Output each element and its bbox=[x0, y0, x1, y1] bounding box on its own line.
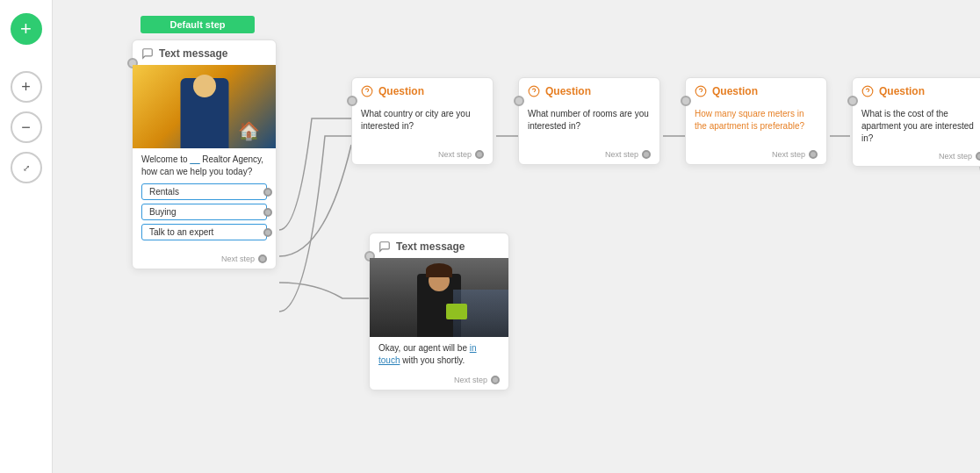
card-header: Text message bbox=[370, 233, 508, 258]
card-question-2[interactable]: Question What number of rooms are you in… bbox=[518, 77, 660, 165]
rentals-connector-dot bbox=[263, 188, 272, 197]
card-footer: Next step bbox=[352, 147, 493, 164]
canvas: Default step Text message 🏠 Welco bbox=[53, 0, 980, 473]
zoom-out-icon: − bbox=[21, 118, 31, 137]
rentals-button[interactable]: Rentals bbox=[141, 183, 267, 200]
card-left-connector bbox=[514, 96, 524, 106]
default-step-badge: Default step bbox=[141, 16, 255, 33]
card-header: Question bbox=[519, 78, 659, 103]
card-left-connector bbox=[681, 96, 691, 106]
question-text: What number of rooms are you interested … bbox=[528, 108, 651, 143]
card-question-body: How many square meters in the apartment … bbox=[686, 103, 826, 147]
question-text: How many square meters in the apartment … bbox=[695, 108, 818, 143]
toolbar: + + − ⤢ bbox=[0, 0, 53, 473]
card-type-label: Question bbox=[378, 85, 424, 97]
card-header: Question bbox=[686, 78, 826, 103]
zoom-out-button[interactable]: − bbox=[11, 111, 42, 143]
next-step-dot bbox=[809, 150, 818, 159]
card-footer: Next step bbox=[853, 148, 980, 166]
question-icon bbox=[861, 85, 874, 97]
zoom-in-icon: + bbox=[21, 78, 31, 97]
card-footer: Next step bbox=[370, 372, 508, 390]
card-body: Welcome to __ Realtor Agency, how can we… bbox=[133, 148, 276, 251]
card-type-label: Question bbox=[545, 85, 591, 97]
card-footer: Next step bbox=[133, 251, 276, 269]
card-text-message-agent[interactable]: Text message Okay, our agent will be in … bbox=[369, 233, 509, 391]
card-type-label: Text message bbox=[159, 47, 228, 60]
next-step-dot bbox=[475, 150, 484, 159]
card-type-label: Text message bbox=[396, 240, 465, 253]
card-header: Question bbox=[352, 78, 493, 103]
card-question-body: What country or city are you interested … bbox=[352, 103, 493, 147]
card-question-3[interactable]: Question How many square meters in the a… bbox=[685, 77, 827, 165]
question-icon bbox=[528, 85, 540, 97]
card-question-4[interactable]: Question What is the cost of the apartme… bbox=[852, 77, 980, 167]
card-left-connector bbox=[347, 96, 357, 106]
next-step-dot bbox=[491, 376, 500, 384]
card-body: Okay, our agent will be in touch with yo… bbox=[370, 337, 508, 372]
card-text-message-main[interactable]: Text message 🏠 Welcome to __ Realtor Age… bbox=[132, 39, 277, 269]
zoom-in-button[interactable]: + bbox=[11, 71, 42, 103]
question-text: What is the cost of the apartment you ar… bbox=[861, 108, 980, 145]
question-icon bbox=[361, 85, 373, 97]
next-step-dot bbox=[642, 150, 651, 159]
next-step-dot bbox=[976, 152, 980, 161]
card-header: Text message bbox=[133, 40, 276, 65]
card-image-agent bbox=[370, 258, 508, 337]
welcome-text: Welcome to __ Realtor Agency, how can we… bbox=[141, 154, 267, 178]
card-type-label: Question bbox=[712, 85, 758, 97]
chat-icon bbox=[141, 47, 154, 60]
buying-connector-dot bbox=[263, 208, 272, 217]
card-image-realtor: 🏠 bbox=[133, 65, 276, 148]
agent-response-text: Okay, our agent will be in touch with yo… bbox=[378, 342, 500, 367]
expert-connector-dot bbox=[263, 228, 272, 237]
card-header: Question bbox=[853, 78, 980, 103]
next-step-dot bbox=[258, 254, 267, 263]
card-footer: Next step bbox=[519, 147, 659, 164]
card-question-body: What is the cost of the apartment you ar… bbox=[853, 103, 980, 148]
card-question-1[interactable]: Question What country or city are you in… bbox=[351, 77, 494, 165]
question-icon bbox=[695, 85, 707, 97]
plus-icon: + bbox=[20, 18, 32, 40]
talk-expert-button[interactable]: Talk to an expert bbox=[141, 224, 267, 240]
card-buttons-list: Rentals Buying Talk to an expert bbox=[141, 183, 267, 240]
card-question-body: What number of rooms are you interested … bbox=[519, 103, 659, 147]
add-button[interactable]: + bbox=[11, 13, 42, 45]
buying-button[interactable]: Buying bbox=[141, 204, 267, 220]
fit-button[interactable]: ⤢ bbox=[11, 152, 42, 183]
fit-icon: ⤢ bbox=[23, 163, 30, 173]
question-text: What country or city are you interested … bbox=[361, 108, 484, 143]
card-type-label: Question bbox=[879, 85, 925, 97]
card-left-connector bbox=[847, 96, 858, 106]
chat-icon bbox=[378, 240, 391, 253]
card-footer: Next step bbox=[686, 147, 826, 164]
